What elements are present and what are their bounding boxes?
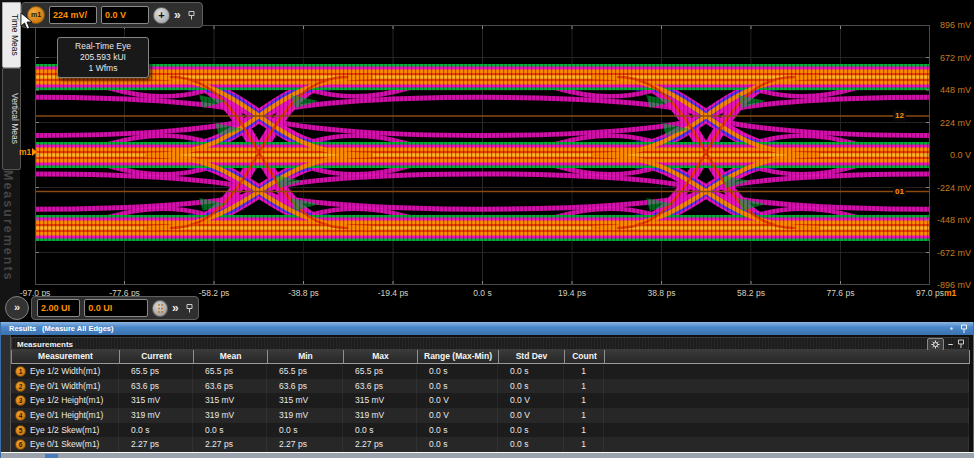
marker-arrow-icon <box>32 148 37 156</box>
cell-count: 1 <box>564 364 604 379</box>
measurements-table-body: 1Eye 1/2 Width(m1)65.5 ps65.5 ps65.5 ps6… <box>11 364 969 452</box>
cell-count: 1 <box>564 379 604 394</box>
cell-range: 0.0 V <box>417 408 498 423</box>
chevron-expand-icon[interactable]: » <box>174 9 181 21</box>
row-number-badge: 2 <box>15 381 26 392</box>
cell-current: 2.27 ps <box>119 437 193 452</box>
table-row[interactable]: 3Eye 1/2 Height(m1)315 mV315 mV315 mV315… <box>11 393 969 408</box>
column-header-empty <box>605 350 970 364</box>
cell-current: 63.6 ps <box>119 379 193 394</box>
cell-mean: 63.6 ps <box>193 379 267 394</box>
tooltip-line-2: 205.593 kUI <box>60 52 146 63</box>
cell-count: 1 <box>564 423 604 438</box>
column-header[interactable]: Current <box>120 350 194 364</box>
cell-stddev: 0.0 s <box>498 437 564 452</box>
measurement-name-cell: 2Eye 0/1 Width(m1) <box>11 379 119 394</box>
results-title-bar[interactable]: Results(Measure All Edges) <box>1 322 973 335</box>
cell-max: 0.0 s <box>343 423 417 438</box>
dot-icon <box>948 325 955 332</box>
cell-empty <box>604 379 969 394</box>
vertical-offset-input[interactable]: 0.0 V <box>101 6 149 24</box>
cell-current: 319 mV <box>119 408 193 423</box>
measurement-name: Eye 0/1 Height(m1) <box>30 408 103 423</box>
cell-max: 319 mV <box>343 408 417 423</box>
column-header[interactable]: Measurement <box>12 350 120 364</box>
column-header[interactable]: Count <box>565 350 605 364</box>
row-number-badge: 5 <box>15 425 26 436</box>
column-header[interactable]: Range (Max-Min) <box>418 350 499 364</box>
measurements-section-bar[interactable]: Measurements – <box>11 337 969 350</box>
measurement-name-cell: 3Eye 1/2 Height(m1) <box>11 393 119 408</box>
horizontal-offset-input[interactable]: 0.0 UI <box>84 299 148 317</box>
cell-empty <box>604 423 969 438</box>
cell-count: 1 <box>564 408 604 423</box>
y-axis-label: 448 mV <box>933 85 971 95</box>
tooltip-line-3: 1 Wfms <box>60 63 146 74</box>
vertical-scale-toolbar: m1 224 mV/ 0.0 V + » <box>21 2 203 28</box>
cell-stddev: 0.0 V <box>498 408 564 423</box>
horizontal-scale-input[interactable]: 2.00 UI <box>37 299 80 317</box>
vertical-scale-input[interactable]: 224 mV/ <box>49 6 97 24</box>
cell-min: 65.5 ps <box>267 364 343 379</box>
column-header[interactable]: Min <box>268 350 344 364</box>
pin-icon[interactable] <box>185 303 193 314</box>
cell-mean: 0.0 s <box>193 423 267 438</box>
x-axis-label: 77.6 ps <box>811 288 871 298</box>
eye-diagram-plot[interactable] <box>35 25 930 285</box>
y-axis-label: -448 mV <box>933 215 971 225</box>
cell-max: 63.6 ps <box>343 379 417 394</box>
chevron-expand-icon[interactable]: » <box>172 302 179 314</box>
table-row[interactable]: 1Eye 1/2 Width(m1)65.5 ps65.5 ps65.5 ps6… <box>11 364 969 379</box>
threshold-marker-12[interactable]: 12 <box>893 110 906 121</box>
mouse-cursor <box>20 12 33 30</box>
cell-empty <box>604 408 969 423</box>
cell-min: 63.6 ps <box>267 379 343 394</box>
column-header[interactable]: Max <box>344 350 418 364</box>
table-row[interactable]: 6Eye 0/1 Skew(m1)2.27 ps2.27 ps2.27 ps2.… <box>11 437 969 452</box>
cell-range: 0.0 s <box>417 423 498 438</box>
m1-channel-marker[interactable]: m1 <box>19 147 37 157</box>
add-button[interactable]: + <box>153 7 170 24</box>
left-sidebar: Time Meas Vertical Meas Measurements <box>0 0 20 322</box>
cell-min: 315 mV <box>267 393 343 408</box>
table-row[interactable]: 4Eye 0/1 Height(m1)319 mV319 mV319 mV319… <box>11 408 969 423</box>
column-header[interactable]: Mean <box>194 350 268 364</box>
cell-current: 315 mV <box>119 393 193 408</box>
cell-mean: 315 mV <box>193 393 267 408</box>
row-number-badge: 1 <box>15 366 26 377</box>
cell-range: 0.0 s <box>417 379 498 394</box>
cell-range: 0.0 s <box>417 364 498 379</box>
pin-icon[interactable] <box>960 324 968 334</box>
settings-gear-button[interactable] <box>927 338 944 351</box>
x-axis-label: -38.8 ps <box>274 288 334 298</box>
horizontal-scale-toolbar: 2.00 UI 0.0 UI » <box>31 296 199 320</box>
pin-icon[interactable] <box>957 339 965 349</box>
cell-max: 65.5 ps <box>343 364 417 379</box>
x-axis-label: 38.8 ps <box>632 288 692 298</box>
x-axis-label: -19.4 ps <box>363 288 423 298</box>
collapse-button[interactable]: – <box>948 339 953 349</box>
knob-button[interactable] <box>152 300 168 317</box>
cell-stddev: 0.0 s <box>498 423 564 438</box>
y-axis-label: -672 mV <box>933 248 971 258</box>
measurement-name-cell: 6Eye 0/1 Skew(m1) <box>11 437 119 452</box>
row-number-badge: 6 <box>15 439 26 450</box>
cell-max: 315 mV <box>343 393 417 408</box>
measurement-name: Eye 0/1 Width(m1) <box>30 379 100 394</box>
pin-icon[interactable] <box>187 10 196 21</box>
expand-sidebar-button[interactable]: » <box>5 296 29 320</box>
measurement-name-cell: 1Eye 1/2 Width(m1) <box>11 364 119 379</box>
y-axis-label: -224 mV <box>933 183 971 193</box>
cell-min: 2.27 ps <box>267 437 343 452</box>
table-row[interactable]: 2Eye 0/1 Width(m1)63.6 ps63.6 ps63.6 ps6… <box>11 379 969 394</box>
tab-time-meas[interactable]: Time Meas <box>2 2 21 68</box>
column-header[interactable]: Std Dev <box>499 350 565 364</box>
cell-min: 0.0 s <box>267 423 343 438</box>
threshold-marker-01[interactable]: 01 <box>893 186 906 197</box>
cell-mean: 2.27 ps <box>193 437 267 452</box>
scrollbar-accent[interactable] <box>45 454 58 458</box>
row-number-badge: 3 <box>15 395 26 406</box>
table-row[interactable]: 5Eye 1/2 Skew(m1)0.0 s0.0 s0.0 s0.0 s0.0… <box>11 423 969 438</box>
cell-mean: 65.5 ps <box>193 364 267 379</box>
window-bottom-edge <box>1 452 974 458</box>
